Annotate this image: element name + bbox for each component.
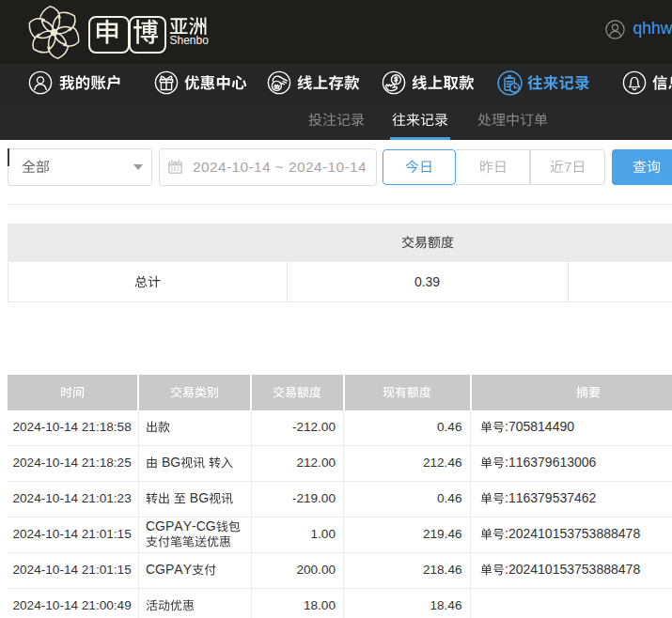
svg-text:7: 7 (564, 159, 571, 175)
svg-text::705814490: :705814490 (504, 419, 573, 434)
svg-text::202410153753888478: :202410153753888478 (504, 526, 639, 541)
svg-text::116379613006: :116379613006 (504, 455, 596, 470)
svg-text:CGPAY-CG: CGPAY-CG (146, 518, 216, 533)
svg-text::116379537462: :116379537462 (504, 490, 596, 505)
svg-text::202410153753888478: :202410153753888478 (504, 562, 639, 577)
